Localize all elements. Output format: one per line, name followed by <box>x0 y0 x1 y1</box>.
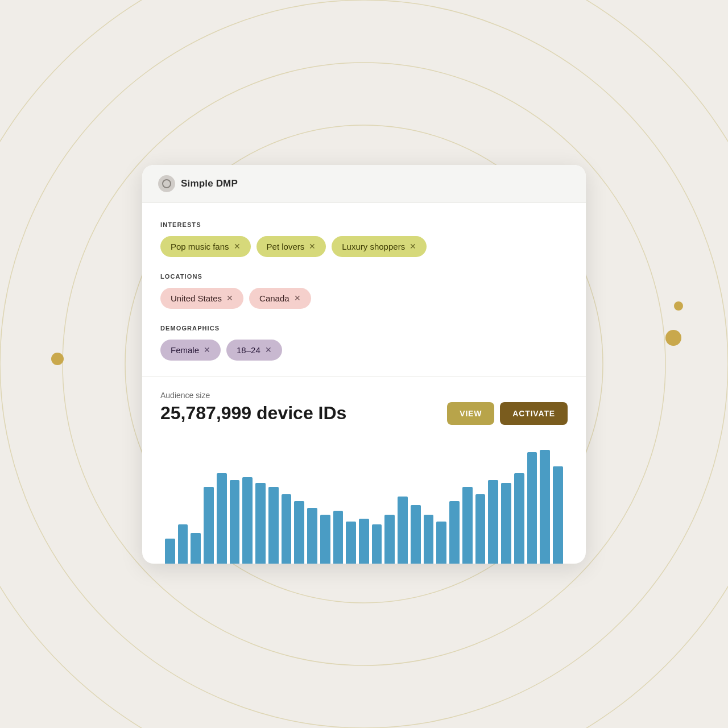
chart-bar <box>462 487 473 563</box>
chart-bar <box>204 487 214 563</box>
chart-bar <box>242 477 253 563</box>
chart-bar <box>372 524 382 563</box>
tag-pet-lovers[interactable]: Pet lovers ✕ <box>257 236 326 257</box>
chart-bar <box>217 473 227 564</box>
tag-pet-lovers-close[interactable]: ✕ <box>309 242 316 251</box>
tag-female[interactable]: Female ✕ <box>160 340 221 361</box>
chart-bar <box>268 487 279 563</box>
gold-dot <box>51 353 64 365</box>
activate-button[interactable]: ACTIVATE <box>500 402 568 425</box>
gold-dot <box>674 301 683 311</box>
locations-tags-row: United States ✕ Canada ✕ <box>160 288 568 309</box>
tag-luxury-shoppers[interactable]: Luxury shoppers ✕ <box>332 236 427 257</box>
tag-age-18-24-close[interactable]: ✕ <box>265 345 272 354</box>
main-card: Simple DMP INTERESTS Pop music fans ✕ Pe… <box>142 165 586 564</box>
audience-size-label: Audience size <box>160 391 568 400</box>
chart-bar <box>178 524 188 563</box>
app-title: Simple DMP <box>181 178 238 189</box>
chart-bar <box>384 515 395 563</box>
tag-canada-text: Canada <box>259 293 289 303</box>
chart-bar <box>424 515 434 563</box>
chart-bar <box>307 508 317 564</box>
audience-count: 25,787,999 device IDs <box>160 403 346 424</box>
action-buttons: VIEW ACTIVATE <box>447 402 568 425</box>
tag-female-close[interactable]: ✕ <box>204 345 210 354</box>
interests-section: INTERESTS Pop music fans ✕ Pet lovers ✕ … <box>160 221 568 257</box>
demographics-label: DEMOGRAPHICS <box>160 325 568 332</box>
chart-bar <box>359 519 369 563</box>
tag-pop-music-fans-text: Pop music fans <box>171 242 229 251</box>
tag-united-states-close[interactable]: ✕ <box>226 293 233 303</box>
chart-bar <box>294 501 304 564</box>
chart-bar <box>501 483 511 563</box>
tag-canada-close[interactable]: ✕ <box>294 293 301 303</box>
tag-age-18-24[interactable]: 18–24 ✕ <box>226 340 282 361</box>
tag-pop-music-fans-close[interactable]: ✕ <box>234 242 241 251</box>
chart-bar <box>230 480 240 563</box>
chart-bar <box>436 522 446 563</box>
tag-female-text: Female <box>171 345 199 355</box>
logo-icon <box>158 175 175 192</box>
audience-section: Audience size 25,787,999 device IDs VIEW… <box>142 377 586 564</box>
chart-bar <box>333 511 344 564</box>
chart-bar <box>475 494 486 564</box>
chart-bar <box>320 515 330 563</box>
chart-bar <box>411 505 421 563</box>
tag-luxury-shoppers-close[interactable]: ✕ <box>410 242 416 251</box>
chart-bar <box>449 501 460 564</box>
view-button[interactable]: VIEW <box>447 402 494 425</box>
chart-bar <box>165 539 175 564</box>
chart-bar <box>527 452 537 563</box>
tag-luxury-shoppers-text: Luxury shoppers <box>342 242 405 251</box>
tag-united-states[interactable]: United States ✕ <box>160 288 243 309</box>
audience-chart <box>160 439 568 564</box>
demographics-tags-row: Female ✕ 18–24 ✕ <box>160 340 568 361</box>
chart-bar <box>191 533 201 564</box>
chart-bar <box>488 480 498 563</box>
audience-row: 25,787,999 device IDs VIEW ACTIVATE <box>160 402 568 425</box>
interests-tags-row: Pop music fans ✕ Pet lovers ✕ Luxury sho… <box>160 236 568 257</box>
gold-dot <box>665 330 681 346</box>
tag-pet-lovers-text: Pet lovers <box>267 242 305 251</box>
chart-bar <box>540 450 550 564</box>
chart-bar <box>514 473 524 564</box>
chart-bar <box>398 497 408 563</box>
tag-united-states-text: United States <box>171 293 222 303</box>
chart-bar <box>553 466 563 564</box>
demographics-section: DEMOGRAPHICS Female ✕ 18–24 ✕ <box>160 325 568 361</box>
interests-label: INTERESTS <box>160 221 568 228</box>
tag-canada[interactable]: Canada ✕ <box>249 288 311 309</box>
chart-bar <box>255 483 266 563</box>
locations-section: LOCATIONS United States ✕ Canada ✕ <box>160 273 568 309</box>
tag-age-18-24-text: 18–24 <box>237 345 260 355</box>
locations-label: LOCATIONS <box>160 273 568 280</box>
tag-pop-music-fans[interactable]: Pop music fans ✕ <box>160 236 251 257</box>
card-header: Simple DMP <box>142 165 586 203</box>
card-body: INTERESTS Pop music fans ✕ Pet lovers ✕ … <box>142 203 586 361</box>
chart-bar <box>282 494 292 564</box>
logo-inner-ring <box>162 179 171 188</box>
chart-bar <box>346 522 356 563</box>
